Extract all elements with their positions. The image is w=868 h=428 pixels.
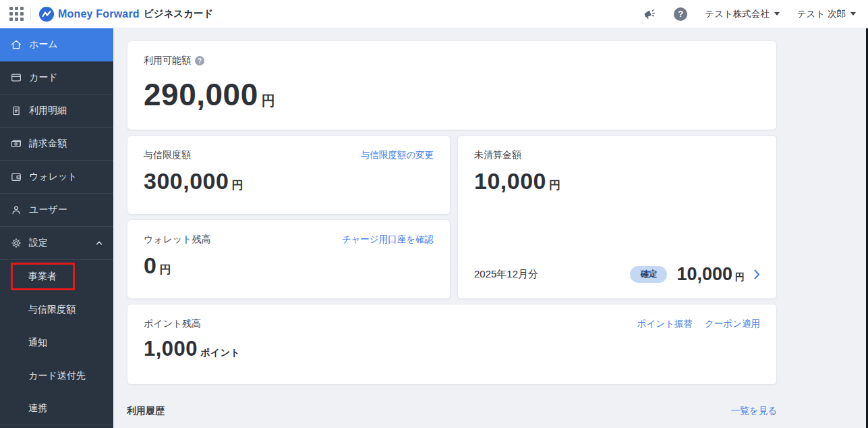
help-icon: ? [674,7,687,21]
check-charge-account-link[interactable]: チャージ用口座を確認 [342,234,434,246]
gear-icon [10,237,22,249]
product-name: ビジネスカード [144,7,214,20]
user-name: テスト 次郎 [797,8,846,20]
sidebar-item-label: 請求金額 [29,138,67,150]
sidebar-subitem-card-shipping[interactable]: カード送付先 [0,359,113,392]
sidebar-item-label: カード [29,72,58,84]
wallet-balance-card: ウォレット残高 チャージ用口座を確認 0円 [127,219,451,299]
chevron-down-icon [774,12,780,16]
available-amount-value: 290,000円 [144,76,760,113]
sidebar-item-label: ホーム [29,38,58,51]
sidebar-item-statements[interactable]: 利用明細 [0,95,113,128]
money-forward-logo-icon [39,7,54,22]
app-header: Money Forward ビジネスカード ? テスト株式会社 テスト 次郎 [0,0,868,28]
points-balance-card: ポイント残高 ポイント振替 クーポン適用 1,000ポイント [127,304,777,385]
sidebar-subitem-label: 連携 [28,402,47,414]
header-divider [30,7,31,21]
transfer-points-link[interactable]: ポイント振替 [637,318,693,330]
sidebar-subitem-label: 与信限度額 [28,304,76,316]
credit-limit-value: 300,000円 [144,168,434,194]
unsettled-amount-label: 未清算金額 [474,149,760,161]
view-all-link[interactable]: 一覧を見る [731,405,777,417]
points-unit: ポイント [200,347,240,358]
sidebar-item-billing[interactable]: 請求金額 [0,128,113,161]
company-selector[interactable]: テスト株式会社 [705,8,779,20]
available-amount-card: 利用可能額 ? 290,000円 [127,41,777,130]
sidebar-item-label: 設定 [29,237,48,249]
credit-limit-label: 与信限度額 [144,149,191,161]
chevron-right-icon[interactable] [754,269,760,279]
currency-unit: 円 [549,179,561,192]
unsettled-period-row[interactable]: 2025年12月分 確定 10,000円 [474,264,760,285]
usage-history-title: 利用履歴 [127,405,165,417]
announcements-button[interactable] [642,7,656,21]
change-credit-limit-link[interactable]: 与信限度額の変更 [361,149,434,161]
megaphone-icon [642,7,656,21]
sidebar-item-home[interactable]: ホーム [0,28,113,61]
chevron-up-icon [94,238,104,248]
sidebar-subitem-label: カード送付先 [28,370,86,382]
main-content: 利用可能額 ? 290,000円 与信限度額 与信限度額の変更 300,000円 [113,28,868,428]
points-balance-label: ポイント残高 [144,318,201,330]
unsettled-amount-value: 10,000円 [474,168,760,194]
sidebar-item-label: ユーザー [29,204,67,216]
status-badge: 確定 [630,266,667,283]
sidebar-item-label: 利用明細 [29,105,67,117]
billing-period: 2025年12月分 [474,268,538,281]
currency-unit: 円 [231,179,243,192]
sidebar-subitem-integrations[interactable]: 連携 [0,392,113,425]
sidebar-subitem-credit-limit[interactable]: 与信限度額 [0,293,113,326]
credit-limit-card: 与信限度額 与信限度額の変更 300,000円 [127,135,451,215]
wallet-icon [10,171,22,183]
chevron-down-icon [850,12,856,16]
sidebar-item-label: ウォレット [29,171,78,183]
statement-icon [10,105,22,117]
points-balance-value: 1,000ポイント [144,337,760,361]
card-icon [10,72,22,84]
billing-icon [10,138,22,150]
available-amount-label: 利用可能額 [144,55,191,67]
sidebar-item-settings[interactable]: 設定 [0,227,113,260]
wallet-balance-label: ウォレット残高 [144,234,211,246]
apply-coupon-link[interactable]: クーポン適用 [705,318,760,330]
company-name: テスト株式会社 [705,8,769,20]
wallet-balance-value: 0円 [144,252,434,279]
unsettled-amount-card: 未清算金額 10,000円 2025年12月分 確定 10,000円 [457,135,777,299]
currency-unit: 円 [159,263,171,276]
currency-unit: 円 [735,271,745,284]
home-icon [10,38,22,51]
help-icon[interactable]: ? [195,56,204,65]
user-icon [10,204,22,216]
usage-history-header: 利用履歴 一覧を見る [127,405,777,417]
sidebar-subitem-label: 通知 [28,337,47,349]
sidebar-subitem-notifications[interactable]: 通知 [0,326,113,359]
sidebar-subitem-label: 事業者 [28,271,57,283]
sidebar-item-users[interactable]: ユーザー [0,194,113,227]
app-grid-icon[interactable] [9,7,24,21]
sidebar-item-wallet[interactable]: ウォレット [0,161,113,194]
period-amount-value: 10,000円 [676,264,745,285]
sidebar-item-cards[interactable]: カード [0,61,113,95]
help-button[interactable]: ? [674,7,687,21]
currency-unit: 円 [262,93,276,108]
brand-name: Money Forward [58,8,140,20]
sidebar-subitem-business[interactable]: 事業者 [0,260,113,293]
user-selector[interactable]: テスト 次郎 [797,8,856,20]
sidebar: ホーム カード 利用明細 請求金額 ウォレット ユーザー [0,28,113,428]
